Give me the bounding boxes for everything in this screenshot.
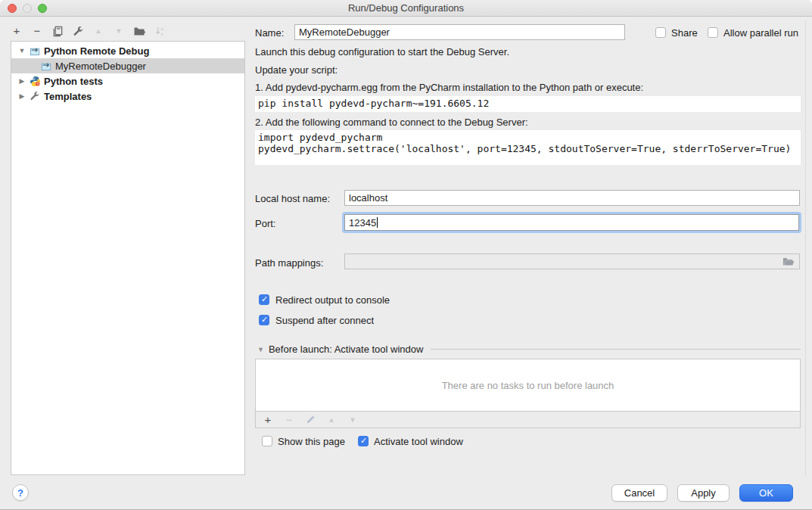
show-this-page-label: Show this page <box>278 436 345 447</box>
suspend-after-connect-label: Suspend after connect <box>275 315 374 326</box>
content-right-divider <box>805 21 806 477</box>
before-launch-section-header[interactable]: ▼ Before launch: Activate tool window <box>257 344 801 355</box>
activate-tool-window-checkbox[interactable] <box>358 436 369 446</box>
tree-item-templates[interactable]: ▶ Templates <box>11 89 244 104</box>
remote-debug-icon <box>29 45 41 57</box>
chevron-expanded-icon[interactable]: ▼ <box>17 47 26 54</box>
tree-item-label: Templates <box>44 91 92 102</box>
activate-tool-window-label: Activate tool window <box>374 436 463 447</box>
step2-text: 2. Add the following command to connect … <box>255 117 528 128</box>
edit-templates-wrench-icon[interactable] <box>72 25 84 37</box>
run-debug-configurations-dialog: Run/Debug Configurations + − ▲ ▼ az ▼ Py… <box>0 0 812 510</box>
share-checkbox[interactable] <box>655 27 666 38</box>
browse-folder-icon[interactable] <box>782 257 795 267</box>
svg-text:z: z <box>160 30 163 36</box>
path-mappings-label: Path mappings: <box>255 257 323 269</box>
remote-debug-icon <box>40 60 52 72</box>
new-folder-icon[interactable] <box>133 25 145 37</box>
step1-text: 1. Add pydevd-pycharm.egg from the PyCha… <box>255 82 643 93</box>
port-input[interactable]: 12345 <box>344 214 799 231</box>
move-down-button[interactable]: ▼ <box>113 25 125 37</box>
apply-button[interactable]: Apply <box>677 484 730 502</box>
port-input-focus-ring: 12345 <box>342 212 801 233</box>
cancel-button[interactable]: Cancel <box>611 484 667 502</box>
tree-item-label: MyRemoteDebugger <box>55 61 146 72</box>
no-tasks-placeholder: There are no tasks to run before launch <box>442 380 614 391</box>
port-value: 12345 <box>349 217 376 229</box>
suspend-after-connect-checkbox[interactable] <box>259 315 269 325</box>
ok-button[interactable]: OK <box>739 484 793 502</box>
sort-configurations-icon[interactable]: az <box>154 25 166 37</box>
configurations-tree: ▼ Python Remote Debug MyRemoteDebugger ▶… <box>11 41 245 475</box>
help-icon: ? <box>17 487 23 499</box>
redirect-output-label: Redirect output to console <box>275 294 390 306</box>
help-button[interactable]: ? <box>12 484 29 501</box>
settrace-code-block: import pydevd_pycharmpydevd_pycharm.sett… <box>255 130 801 165</box>
allow-parallel-run-label: Allow parallel run <box>723 27 798 39</box>
pip-install-code: pip install pydevd-pycharm~=191.6605.12 <box>255 96 801 112</box>
tree-item-myremotedebugger[interactable]: MyRemoteDebugger <box>11 58 244 73</box>
chevron-expanded-icon[interactable]: ▼ <box>257 346 264 353</box>
titlebar: Run/Debug Configurations <box>0 0 812 17</box>
move-task-up-button[interactable]: ▲ <box>325 414 338 426</box>
wrench-icon <box>29 90 41 102</box>
tree-item-label: Python tests <box>44 76 103 87</box>
chevron-collapsed-icon[interactable]: ▶ <box>17 92 26 100</box>
local-host-name-input[interactable] <box>344 190 800 206</box>
name-input[interactable] <box>294 24 625 40</box>
update-script-text: Update your script: <box>255 64 338 76</box>
path-mappings-input[interactable] <box>344 253 800 269</box>
section-divider <box>431 349 801 350</box>
intro-text: Launch this debug configuration to start… <box>255 46 509 58</box>
local-host-name-label: Local host name: <box>255 193 330 204</box>
settrace-code-line2: pydevd_pycharm.settrace('localhost', por… <box>258 143 798 154</box>
task-toolbar: + − ▲ ▼ <box>255 412 801 428</box>
move-task-down-button[interactable]: ▼ <box>347 414 359 426</box>
remove-task-button[interactable]: − <box>283 414 295 426</box>
show-this-page-checkbox[interactable] <box>262 436 272 446</box>
share-label: Share <box>671 27 698 39</box>
tree-item-python-tests[interactable]: ▶ Python tests <box>11 73 244 89</box>
name-label: Name: <box>255 27 284 39</box>
before-launch-task-list[interactable]: There are no tasks to run before launch <box>255 359 801 412</box>
remove-configuration-button[interactable]: − <box>31 25 43 37</box>
configurations-toolbar: + − ▲ ▼ az <box>11 23 166 39</box>
port-label: Port: <box>255 218 275 229</box>
window-title: Run/Debug Configurations <box>0 2 812 14</box>
add-configuration-button[interactable]: + <box>11 25 23 37</box>
text-caret <box>377 217 378 228</box>
before-launch-label: Before launch: Activate tool window <box>269 344 424 355</box>
tree-item-python-remote-debug[interactable]: ▼ Python Remote Debug <box>11 43 244 58</box>
redirect-output-checkbox[interactable] <box>259 294 269 305</box>
tree-item-label: Python Remote Debug <box>44 45 149 57</box>
allow-parallel-run-checkbox[interactable] <box>708 27 718 38</box>
copy-configuration-icon[interactable] <box>51 25 64 37</box>
edit-task-icon[interactable] <box>304 414 316 426</box>
add-task-button[interactable]: + <box>262 414 274 426</box>
settrace-code-line1: import pydevd_pycharm <box>258 132 798 143</box>
python-icon <box>29 75 41 87</box>
chevron-collapsed-icon[interactable]: ▶ <box>17 77 26 85</box>
move-up-button[interactable]: ▲ <box>92 25 104 37</box>
